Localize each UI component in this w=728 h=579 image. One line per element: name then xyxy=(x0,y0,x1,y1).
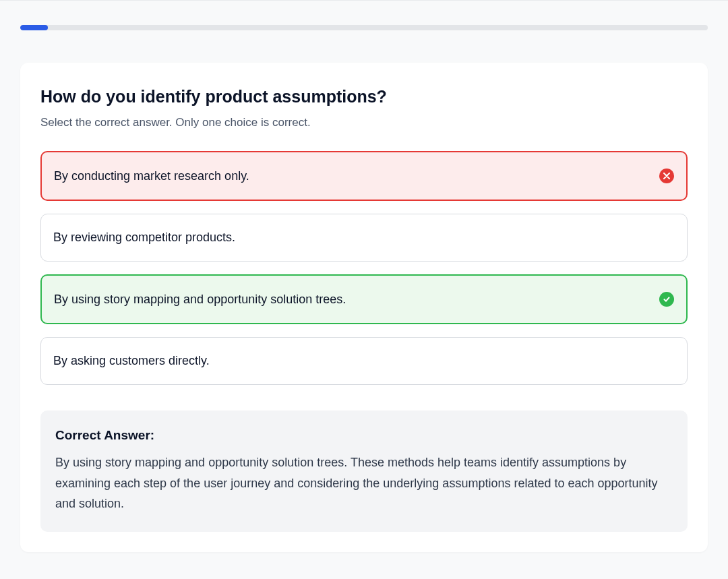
option-text: By conducting market research only. xyxy=(54,169,651,183)
option-text: By reviewing competitor products. xyxy=(53,231,675,245)
progress-fill xyxy=(20,25,48,30)
incorrect-icon xyxy=(659,169,674,183)
explanation-box: Correct Answer: By using story mapping a… xyxy=(40,410,688,532)
explanation-heading: Correct Answer: xyxy=(55,428,673,443)
option-3[interactable]: By using story mapping and opportunity s… xyxy=(40,274,688,324)
progress-bar xyxy=(20,25,708,30)
question-instruction: Select the correct answer. Only one choi… xyxy=(40,116,688,129)
option-4[interactable]: By asking customers directly. xyxy=(40,337,688,385)
explanation-text: By using story mapping and opportunity s… xyxy=(55,452,673,514)
question-title: How do you identify product assumptions? xyxy=(40,87,688,106)
correct-icon xyxy=(659,292,674,307)
option-2[interactable]: By reviewing competitor products. xyxy=(40,214,688,262)
option-text: By asking customers directly. xyxy=(53,354,675,368)
page-container: How do you identify product assumptions?… xyxy=(0,1,728,552)
option-text: By using story mapping and opportunity s… xyxy=(54,293,651,307)
option-1[interactable]: By conducting market research only. xyxy=(40,151,688,201)
options-list: By conducting market research only. By r… xyxy=(40,151,688,385)
question-card: How do you identify product assumptions?… xyxy=(20,63,708,552)
